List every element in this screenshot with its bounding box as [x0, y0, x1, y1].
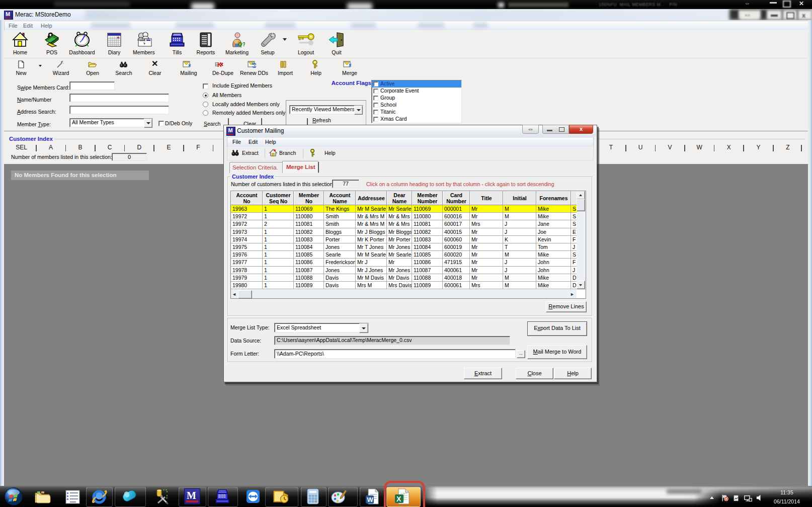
svg-text:W: W: [367, 496, 374, 503]
svg-text:Q?: Q?: [238, 41, 245, 47]
